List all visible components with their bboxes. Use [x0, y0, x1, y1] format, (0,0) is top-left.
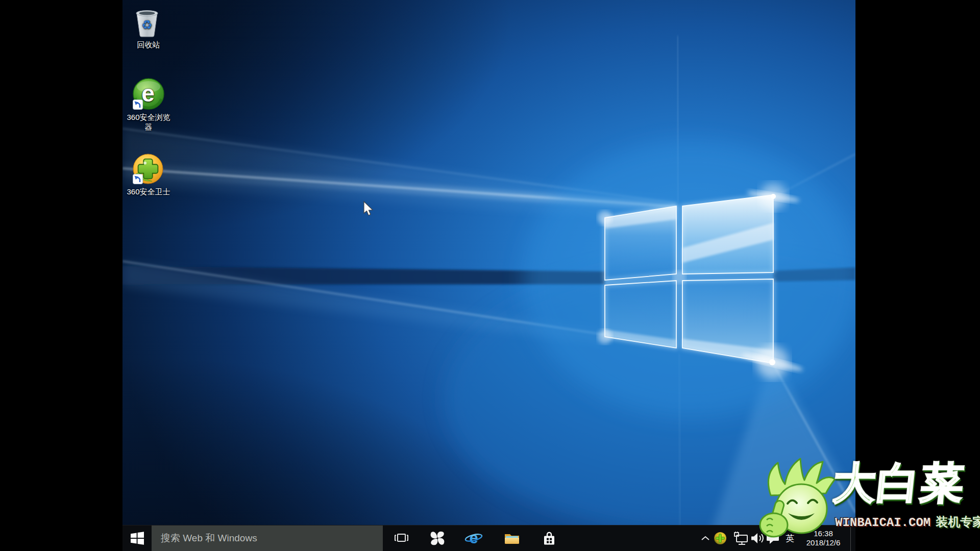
tray-360-icon-button[interactable]	[713, 525, 728, 551]
task-view-button[interactable]	[389, 525, 413, 551]
windows10-hero-wallpaper	[122, 0, 855, 551]
right-letterbox	[855, 0, 980, 551]
clock-date: 2018/12/6	[806, 538, 841, 547]
360-guard-label: 360安全卫士	[127, 187, 170, 196]
show-desktop-button[interactable]	[851, 525, 855, 551]
360-browser-label-line2: 器	[145, 122, 153, 132]
left-letterbox	[0, 0, 122, 551]
tray-volume-button[interactable]	[750, 525, 765, 551]
green-sphere-plus-icon	[714, 532, 727, 545]
chevron-up-icon	[701, 535, 710, 541]
recycle-bin-label: 回收站	[137, 40, 160, 49]
svg-text:e: e	[141, 80, 155, 107]
360-browser-shortcut[interactable]: e 360安全浏览 器	[122, 78, 176, 132]
store-bag-icon	[542, 531, 557, 546]
wallpaper-art	[122, 0, 855, 551]
recycle-bin-icon: ♻	[132, 6, 165, 38]
taskbar: e	[122, 525, 855, 551]
task-view-icon	[394, 532, 409, 545]
svg-text:e: e	[469, 530, 478, 547]
start-button[interactable]	[122, 525, 152, 551]
windows-logo-icon	[130, 531, 145, 546]
ie-e-icon: e	[464, 530, 483, 547]
ime-label: 英	[786, 533, 795, 544]
clock-time: 16:38	[814, 529, 833, 538]
folder-icon	[504, 531, 520, 545]
internet-explorer-button[interactable]: e	[461, 525, 486, 551]
tray-touch-keyboard-button[interactable]	[765, 525, 780, 551]
green-e-browser-icon: e	[132, 78, 165, 110]
360-browser-label-line1: 360安全浏览	[127, 112, 170, 122]
taskbar-clock[interactable]: 16:38 2018/12/6	[796, 525, 850, 551]
shortcut-arrow-badge	[133, 99, 143, 110]
file-explorer-button[interactable]	[500, 525, 524, 551]
windows-desktop: ♻ 回收站 e 360安全浏览	[122, 0, 855, 551]
360-guard-shortcut[interactable]: 360安全卫士	[122, 153, 176, 196]
touch-keyboard-icon	[766, 532, 779, 544]
svg-text:♻: ♻	[141, 18, 153, 32]
tray-network-button[interactable]	[733, 525, 749, 551]
speaker-icon	[750, 532, 765, 545]
recycle-bin-shortcut[interactable]: ♻ 回收站	[122, 6, 176, 49]
taskbar-search-box[interactable]	[152, 525, 383, 551]
pinwheel-icon	[430, 531, 445, 546]
network-monitor-icon	[733, 531, 749, 546]
tray-hidden-icons-button[interactable]	[698, 525, 713, 551]
pinwheel-app-button[interactable]	[425, 525, 450, 551]
shortcut-arrow-badge	[133, 174, 143, 184]
windows-store-button[interactable]	[537, 525, 561, 551]
search-input[interactable]	[152, 525, 383, 551]
yellow-sphere-green-cross-icon	[132, 153, 165, 185]
